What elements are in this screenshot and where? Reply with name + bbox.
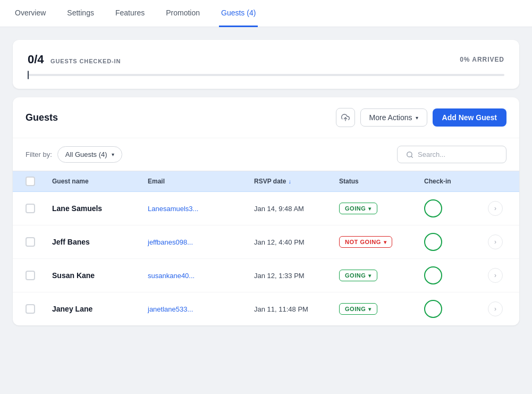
upload-button[interactable] <box>336 108 355 127</box>
guest-rsvp-date: Jan 12, 4:40 PM <box>254 238 339 246</box>
checkin-circle[interactable] <box>424 300 442 318</box>
status-badge[interactable]: GOING ▾ <box>339 303 377 315</box>
guests-card-header: Guests More Actions ▾ Add New Guest <box>13 97 519 138</box>
guest-status-cell: GOING ▾ <box>339 203 424 214</box>
tab-overview[interactable]: Overview <box>13 0 48 27</box>
add-guest-label: Add New Guest <box>442 113 497 122</box>
more-actions-label: More Actions <box>369 113 412 122</box>
col-checkin: Check-in <box>424 177 488 186</box>
table-row[interactable]: Lane Samuels Lanesamuels3... Jan 14, 9:4… <box>13 192 519 225</box>
row-arrow-cell: › <box>488 268 514 283</box>
guest-email: susankane40... <box>148 272 254 280</box>
row-checkbox[interactable] <box>26 204 35 213</box>
guest-email: jeffbanes098... <box>148 238 254 246</box>
guests-card: Guests More Actions ▾ Add New Guest <box>13 97 519 325</box>
guest-name: Janey Lane <box>52 305 148 313</box>
filter-chevron-icon: ▾ <box>112 152 114 157</box>
select-all-checkbox[interactable] <box>26 177 35 186</box>
sort-icon: ↓ <box>288 178 291 185</box>
filter-select[interactable]: All Guests (4) ▾ <box>57 146 122 163</box>
guest-name: Lane Samuels <box>52 204 148 213</box>
row-arrow-cell: › <box>488 301 514 316</box>
progress-bar <box>28 74 504 76</box>
guest-status-cell: GOING ▾ <box>339 303 424 315</box>
checked-in-count: 0/4 <box>28 53 44 66</box>
filter-row: Filter by: All Guests (4) ▾ <box>13 138 519 171</box>
progress-cursor <box>28 71 29 79</box>
col-guest-name: Guest name <box>52 177 148 186</box>
main-content: 0/4 GUESTS CHECKED-IN 0% ARRIVED Guests <box>0 27 532 338</box>
guest-name: Susan Kane <box>52 271 148 280</box>
checkin-circle[interactable] <box>424 233 442 251</box>
upload-icon <box>341 113 350 122</box>
col-checkbox <box>26 177 52 186</box>
guest-rsvp-date: Jan 12, 1:33 PM <box>254 272 339 280</box>
col-email: Email <box>148 177 254 186</box>
guest-rsvp-date: Jan 11, 11:48 PM <box>254 305 339 313</box>
table-row[interactable]: Jeff Banes jeffbanes098... Jan 12, 4:40 … <box>13 225 519 259</box>
row-arrow-cell: › <box>488 234 514 249</box>
checkin-cell <box>424 233 488 251</box>
status-chevron-icon: ▾ <box>384 239 387 245</box>
row-checkbox-cell <box>26 304 52 314</box>
stats-card: 0/4 GUESTS CHECKED-IN 0% ARRIVED <box>13 40 519 89</box>
guest-status-cell: GOING ▾ <box>339 270 424 281</box>
checkin-cell <box>424 300 488 318</box>
col-rsvp-date: RSVP date ↓ <box>254 177 339 186</box>
guest-status-cell: NOT GOING ▾ <box>339 236 424 248</box>
guest-email: Lanesamuels3... <box>148 205 254 213</box>
row-checkbox-cell <box>26 237 52 247</box>
checkin-circle[interactable] <box>424 266 442 284</box>
guest-name: Jeff Banes <box>52 238 148 246</box>
status-badge[interactable]: GOING ▾ <box>339 203 377 214</box>
table-row[interactable]: Janey Lane janetlane533... Jan 11, 11:48… <box>13 292 519 325</box>
tab-guests[interactable]: Guests (4) <box>219 0 258 27</box>
tab-settings[interactable]: Settings <box>65 0 96 27</box>
search-box <box>397 146 506 163</box>
row-detail-arrow[interactable]: › <box>488 201 503 216</box>
chevron-down-icon: ▾ <box>416 115 418 121</box>
status-badge[interactable]: GOING ▾ <box>339 270 377 281</box>
table-body: Lane Samuels Lanesamuels3... Jan 14, 9:4… <box>13 192 519 325</box>
row-checkbox[interactable] <box>26 271 35 280</box>
filter-label: Filter by: <box>26 150 52 158</box>
more-actions-button[interactable]: More Actions ▾ <box>360 108 427 127</box>
status-chevron-icon: ▾ <box>368 306 371 312</box>
stats-header: 0/4 GUESTS CHECKED-IN 0% ARRIVED <box>28 53 504 66</box>
checkin-circle[interactable] <box>424 199 442 217</box>
row-checkbox-cell <box>26 271 52 280</box>
row-checkbox[interactable] <box>26 237 35 247</box>
row-checkbox[interactable] <box>26 304 35 314</box>
checked-in-label: GUESTS CHECKED-IN <box>50 58 121 64</box>
guest-email: janetlane533... <box>148 305 254 313</box>
col-status: Status <box>339 177 424 186</box>
row-detail-arrow[interactable]: › <box>488 268 503 283</box>
tab-features[interactable]: Features <box>113 0 147 27</box>
guests-title: Guests <box>26 112 58 123</box>
filter-selected-value: All Guests (4) <box>65 150 107 158</box>
status-chevron-icon: ▾ <box>368 273 371 279</box>
tab-promotion[interactable]: Promotion <box>164 0 202 27</box>
row-arrow-cell: › <box>488 201 514 216</box>
row-detail-arrow[interactable]: › <box>488 301 503 316</box>
search-icon <box>406 151 413 158</box>
guests-header-actions: More Actions ▾ Add New Guest <box>336 108 506 127</box>
checkin-cell <box>424 199 488 217</box>
svg-line-2 <box>411 156 413 157</box>
filter-left: Filter by: All Guests (4) ▾ <box>26 146 122 163</box>
col-action <box>488 177 514 186</box>
search-input[interactable] <box>418 150 497 158</box>
row-detail-arrow[interactable]: › <box>488 234 503 249</box>
status-badge[interactable]: NOT GOING ▾ <box>339 236 392 248</box>
stats-left: 0/4 GUESTS CHECKED-IN <box>28 53 121 66</box>
table-header: Guest name Email RSVP date ↓ Status Chec… <box>13 171 519 192</box>
table-row[interactable]: Susan Kane susankane40... Jan 12, 1:33 P… <box>13 259 519 292</box>
status-chevron-icon: ▾ <box>368 206 371 212</box>
checkin-cell <box>424 266 488 284</box>
arrived-label: 0% ARRIVED <box>460 56 504 63</box>
tab-bar: Overview Settings Features Promotion Gue… <box>0 0 532 27</box>
guest-rsvp-date: Jan 14, 9:48 AM <box>254 205 339 213</box>
row-checkbox-cell <box>26 204 52 213</box>
add-new-guest-button[interactable]: Add New Guest <box>433 108 506 127</box>
